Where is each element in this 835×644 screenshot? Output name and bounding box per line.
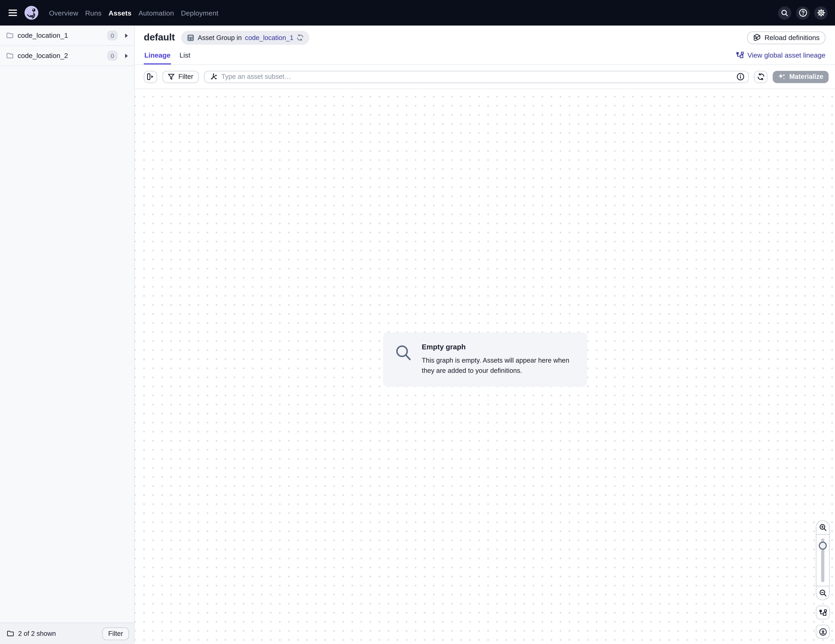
folder-icon bbox=[6, 53, 13, 59]
refresh-icon bbox=[297, 34, 304, 41]
asset-count-badge: 0 bbox=[107, 50, 118, 61]
refresh-icon bbox=[757, 73, 765, 80]
gear-icon bbox=[817, 8, 825, 17]
folder-icon bbox=[6, 33, 13, 38]
asset-subset-input-wrap[interactable] bbox=[204, 71, 749, 83]
caret-right-icon[interactable] bbox=[125, 33, 128, 37]
tab-list[interactable]: List bbox=[179, 48, 191, 65]
zoom-slider[interactable] bbox=[816, 535, 829, 586]
zoom-in-icon bbox=[819, 524, 827, 532]
page-title: default bbox=[144, 32, 175, 43]
zoom-slider-thumb[interactable] bbox=[819, 542, 827, 550]
fit-graph-button[interactable] bbox=[816, 606, 830, 620]
info-icon bbox=[737, 73, 744, 81]
nav-item-automation[interactable]: Automation bbox=[138, 9, 174, 17]
empty-graph-description: This graph is empty. Assets will appear … bbox=[422, 356, 574, 376]
folder-icon bbox=[7, 631, 14, 636]
asset-count-badge: 0 bbox=[107, 31, 118, 41]
zoom-in-button[interactable] bbox=[816, 521, 829, 535]
asset-groups-sidebar: code_location_1 0 code_location_2 0 bbox=[0, 26, 135, 644]
page-header: default Asset Group in code_location_1 bbox=[135, 26, 835, 65]
search-button[interactable] bbox=[778, 6, 791, 20]
refresh-button[interactable] bbox=[754, 71, 767, 83]
sidebar-rows: code_location_1 0 code_location_2 0 bbox=[0, 26, 134, 66]
org-chart-icon bbox=[819, 609, 827, 616]
code-location-link[interactable]: code_location_1 bbox=[245, 34, 293, 41]
asset-subset-input[interactable] bbox=[221, 73, 732, 80]
sidebar-item-code-location-1[interactable]: code_location_1 0 bbox=[0, 26, 134, 46]
empty-graph-card: Empty graph This graph is empty. Assets … bbox=[383, 332, 587, 387]
reload-definitions-button[interactable]: Reload definitions bbox=[747, 31, 825, 44]
asset-group-badge: Asset Group in code_location_1 bbox=[181, 31, 310, 44]
primary-nav: Overview Runs Assets Automation Deployme… bbox=[49, 9, 218, 17]
lineage-toolbar: Filter bbox=[135, 65, 835, 88]
dagster-logo bbox=[24, 5, 39, 20]
hamburger-menu-button[interactable] bbox=[6, 7, 19, 19]
sidebar-item-label: code_location_1 bbox=[18, 31, 68, 39]
empty-graph-text: Empty graph This graph is empty. Assets … bbox=[422, 343, 574, 376]
main-panel: default Asset Group in code_location_1 bbox=[135, 26, 835, 644]
app-body: code_location_1 0 code_location_2 0 bbox=[0, 26, 835, 644]
caret-right-icon[interactable] bbox=[125, 54, 128, 58]
shown-count-summary: 2 of 2 shown bbox=[18, 630, 56, 637]
lineage-canvas[interactable]: Empty graph This graph is empty. Assets … bbox=[135, 88, 835, 644]
sidebar-filter-button[interactable]: Filter bbox=[102, 627, 129, 640]
zoom-out-button[interactable] bbox=[816, 586, 829, 600]
nav-item-deployment[interactable]: Deployment bbox=[181, 9, 218, 17]
tab-lineage[interactable]: Lineage bbox=[144, 48, 171, 65]
app-window: Overview Runs Assets Automation Deployme… bbox=[0, 0, 835, 644]
empty-graph-title: Empty graph bbox=[422, 343, 574, 351]
sparkles-icon bbox=[778, 73, 786, 80]
nav-item-runs[interactable]: Runs bbox=[85, 9, 101, 17]
download-icon bbox=[819, 628, 827, 636]
asset-subset-icon bbox=[209, 73, 217, 81]
tab-bar: Lineage List bbox=[144, 48, 191, 65]
magnifier-icon bbox=[395, 344, 413, 362]
zoom-control bbox=[816, 520, 830, 600]
download-image-button[interactable] bbox=[816, 625, 830, 639]
badge-prefix: Asset Group in bbox=[198, 34, 242, 41]
search-icon bbox=[781, 9, 789, 17]
reload-definitions-label: Reload definitions bbox=[765, 34, 820, 41]
canvas-controls bbox=[816, 520, 830, 639]
settings-button[interactable] bbox=[814, 6, 827, 20]
sidebar-item-label: code_location_2 bbox=[18, 52, 68, 60]
collapse-sidebar-button[interactable] bbox=[144, 71, 157, 83]
nav-actions bbox=[778, 6, 828, 20]
top-nav: Overview Runs Assets Automation Deployme… bbox=[0, 0, 835, 26]
asset-group-icon bbox=[187, 34, 195, 41]
help-icon bbox=[798, 8, 807, 17]
nav-item-overview[interactable]: Overview bbox=[49, 9, 78, 17]
filter-button[interactable]: Filter bbox=[162, 71, 199, 83]
materialize-button[interactable]: Materialize bbox=[773, 71, 829, 83]
funnel-icon bbox=[168, 73, 175, 80]
hamburger-icon bbox=[8, 10, 17, 11]
sidebar-item-code-location-2[interactable]: code_location_2 0 bbox=[0, 46, 134, 66]
org-chart-icon bbox=[736, 52, 744, 59]
zoom-out-icon bbox=[819, 589, 827, 597]
cube-reload-icon bbox=[753, 34, 761, 41]
nav-item-assets[interactable]: Assets bbox=[109, 9, 132, 17]
help-button[interactable] bbox=[796, 6, 809, 20]
panel-toggle-icon bbox=[146, 73, 154, 80]
selection-syntax-info-button[interactable] bbox=[737, 73, 744, 81]
view-global-asset-lineage-link[interactable]: View global asset lineage bbox=[736, 51, 825, 64]
sidebar-footer: 2 of 2 shown Filter bbox=[0, 623, 134, 644]
